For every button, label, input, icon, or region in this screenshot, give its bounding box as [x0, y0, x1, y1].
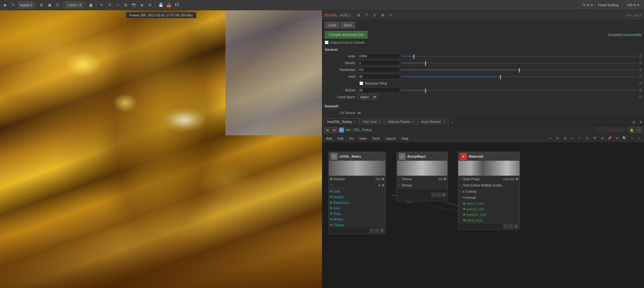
node-header-flakes: ⊡ rsOSL_flakes	[329, 152, 385, 161]
film-icon[interactable]: 🎞	[173, 2, 180, 8]
viewport[interactable]: Frame 189: 2021-03-01 17:57:06 (39.50s)	[0, 10, 322, 288]
node-bumpmap-footer-btn-2[interactable]: =	[437, 193, 441, 197]
node-graph[interactable]: ⊡ rsOSL_flakes General Out	[322, 142, 644, 288]
menu-icon-zoom-in[interactable]: +	[636, 135, 643, 142]
menu-icon-link[interactable]: ⧉	[584, 135, 591, 142]
gear-seamless[interactable]: ⚙	[638, 81, 643, 86]
node-rsosl-flakes[interactable]: ⊡ rsOSL_flakes General Out	[329, 152, 386, 234]
gear-scale[interactable]: ⚙	[638, 54, 643, 59]
crop-icon[interactable]: ⊡	[54, 2, 61, 8]
auto-dropdown[interactable]: < Auto > ▾	[65, 2, 83, 8]
slider-seed[interactable]	[401, 74, 637, 79]
menu-view[interactable]: View	[357, 135, 369, 142]
menu-icon-pin[interactable]: 📌	[606, 135, 613, 142]
tab-close-asset[interactable]: ✕	[443, 120, 446, 124]
menu-go[interactable]: Go	[347, 135, 356, 142]
gear-coordspace[interactable]: ⚙	[638, 94, 643, 99]
node-footer-btn-2[interactable]: =	[375, 229, 379, 233]
tab-tree-view[interactable]: Tree View ✕	[359, 118, 384, 125]
osl-info-icon[interactable]: ℹ	[371, 12, 378, 19]
tab-material-palette[interactable]: Material Palette ✕	[385, 118, 417, 125]
osl-gear-icon[interactable]: ⚙	[355, 12, 362, 19]
nav-forward-button[interactable]: ▶	[332, 127, 338, 133]
menu-icon-copy[interactable]: ⧉	[554, 135, 561, 142]
node-footer-btn-3[interactable]: ▼	[380, 229, 384, 233]
param-input-seed[interactable]	[358, 74, 400, 79]
port-tilesize-node: tileSize	[329, 216, 385, 222]
frame-icon[interactable]: ⊞	[122, 2, 129, 8]
transform-icon[interactable]: ✛	[98, 2, 105, 8]
vex-lock-button[interactable]: 🔒	[629, 127, 635, 133]
node-footer-btn-1[interactable]: −	[369, 229, 374, 233]
slider-tilesize[interactable]	[401, 88, 637, 92]
tab-asset-browser[interactable]: Asset Browser ✕	[418, 118, 449, 125]
settings-icon[interactable]: ⚙	[146, 2, 153, 8]
output-errors-checkbox[interactable]	[325, 41, 329, 44]
menu-layout[interactable]: Layout	[383, 135, 398, 142]
loop-button[interactable]: ↻	[10, 2, 17, 8]
save-button[interactable]: Save	[340, 22, 355, 28]
menu-tools[interactable]: Tools	[370, 135, 383, 142]
display-icon[interactable]: ▣	[46, 2, 53, 8]
tab-add-button[interactable]: +	[449, 119, 455, 125]
menu-icon-flag[interactable]: ⚑	[591, 135, 598, 142]
param-input-scale[interactable]	[358, 53, 400, 59]
menu-add[interactable]: Add	[324, 135, 335, 142]
rotate-icon[interactable]: ↺	[106, 2, 113, 8]
osl-question-icon[interactable]: ⊕	[379, 12, 386, 19]
menu-icon-grid[interactable]: ⊞	[562, 135, 568, 142]
tab-mat-osl-testing[interactable]: /mat/OSL_Testing ✕	[324, 118, 359, 125]
slider-scale[interactable]	[401, 54, 637, 58]
node-material-footer-btn-2[interactable]: =	[509, 224, 513, 229]
gear-tilesize[interactable]: ⚙	[638, 88, 643, 93]
param-input-randomize[interactable]	[358, 67, 400, 72]
slider-randomize[interactable]	[401, 68, 637, 72]
load-button[interactable]: Load	[325, 22, 339, 28]
nav-back-button[interactable]: ◀	[324, 127, 330, 133]
seamless-tiling-checkbox[interactable]	[359, 81, 363, 85]
vex-expand-button[interactable]: ⤢	[636, 127, 642, 133]
grid-icon[interactable]: ⊞	[38, 2, 45, 8]
tab-panel-collapse[interactable]: ⊟	[630, 119, 637, 125]
menu-icon-tree[interactable]: ⊢	[577, 135, 583, 142]
node-bumpmap-footer-btn-3[interactable]: ▼	[442, 193, 446, 197]
menu-edit[interactable]: Edit	[335, 135, 346, 142]
gear-density[interactable]: ⚙	[638, 60, 643, 65]
lock-icon[interactable]: 🔒	[87, 2, 94, 8]
osl-help-icon[interactable]: ?	[363, 12, 370, 19]
scale-icon[interactable]: ⤢	[114, 2, 121, 8]
gear-randomize[interactable]: ⚙	[638, 67, 643, 72]
param-input-tilesize[interactable]	[358, 87, 400, 93]
node-material-footer-btn-1[interactable]: −	[503, 224, 508, 229]
general-label: General	[322, 46, 644, 53]
param-input-density[interactable]	[358, 60, 400, 66]
export-icon[interactable]: 📤	[165, 2, 172, 8]
menu-icon-search[interactable]: 🔍	[621, 135, 628, 142]
tab-close-material[interactable]: ✕	[411, 120, 414, 124]
compile-button[interactable]: Compile and Build GUI	[325, 31, 368, 38]
coord-space-dropdown[interactable]: object world camera	[358, 94, 377, 100]
camera-icon[interactable]: 📷	[130, 2, 137, 8]
menu-icon-tag[interactable]: ⊕	[599, 135, 606, 142]
menu-icon-zoom-out[interactable]: −	[629, 135, 635, 142]
tab-close-tree[interactable]: ✕	[379, 120, 381, 124]
menu-icon-list[interactable]: ≡	[569, 135, 576, 142]
menu-icon-cut[interactable]: ✂	[547, 135, 554, 142]
node-material1[interactable]: ● Material1 Base Prope... outColor	[458, 152, 520, 230]
param-name-density: Density	[324, 61, 358, 65]
menu-help[interactable]: Help	[399, 135, 411, 142]
tab-close-mat[interactable]: ✕	[353, 120, 356, 124]
node-bumpmap1[interactable]: ⊡ BumpMap1 Texture out	[397, 152, 448, 201]
node-bumpmap-footer-btn-1[interactable]: −	[431, 193, 436, 197]
play-button[interactable]: ▶	[2, 2, 9, 8]
render-icon[interactable]: ◈	[138, 2, 145, 8]
tab-panel-float[interactable]: ⧉	[637, 119, 644, 125]
node-material-footer-btn-3[interactable]: ▼	[514, 224, 518, 229]
beauty-dropdown[interactable]: beauty ▾	[18, 2, 34, 8]
slider-density[interactable]	[401, 61, 637, 65]
port-dot-coating-in	[459, 190, 462, 193]
menu-icon-eye[interactable]: 👁	[614, 135, 620, 142]
gear-seed[interactable]: ⚙	[638, 74, 643, 79]
save-render-icon[interactable]: 💾	[157, 2, 164, 8]
osl-expand-icon[interactable]: ⤢	[387, 12, 394, 19]
